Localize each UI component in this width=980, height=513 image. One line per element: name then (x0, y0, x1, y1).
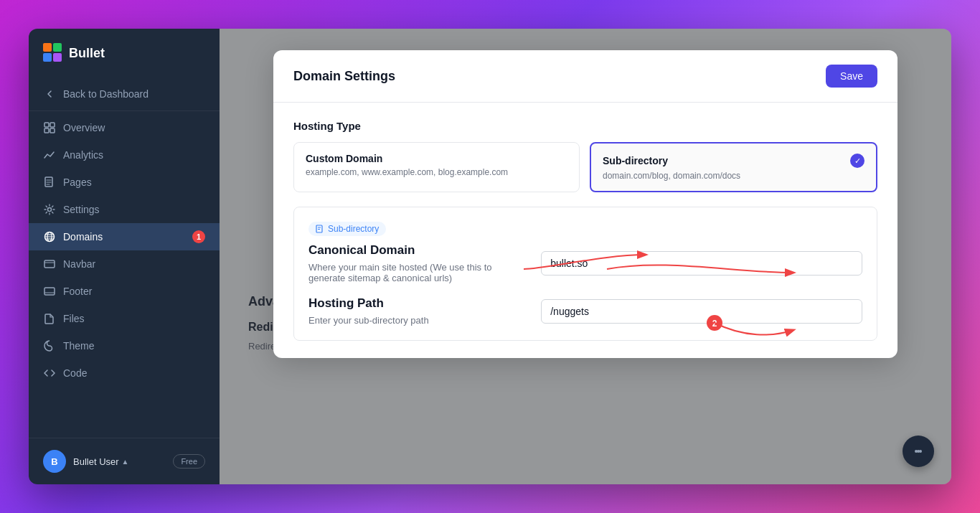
subdirectory-name: Sub-directory (603, 155, 668, 166)
sidebar: Bullet Back to Dashboard (29, 29, 220, 484)
back-icon (43, 88, 56, 100)
domains-icon (43, 230, 56, 243)
svg-point-9 (48, 208, 52, 212)
sidebar-item-back[interactable]: Back to Dashboard (29, 80, 220, 108)
hosting-path-title: Hosting Path (308, 296, 527, 311)
sidebar-item-pages-label: Pages (63, 177, 92, 188)
domains-badge: 1 (192, 230, 205, 243)
canonical-domain-desc: Where your main site hosted (We use this… (308, 262, 527, 283)
canonical-domain-input[interactable] (541, 251, 862, 276)
svg-rect-13 (44, 288, 55, 295)
svg-rect-1 (53, 43, 62, 52)
chat-button[interactable] (903, 436, 934, 467)
hosting-options: Custom Domain example.com, www.example.c… (293, 142, 877, 192)
hosting-option-custom[interactable]: Custom Domain example.com, www.example.c… (293, 142, 580, 192)
sidebar-item-code-label: Code (63, 367, 87, 379)
theme-icon (43, 339, 56, 352)
logo: Bullet (29, 29, 220, 75)
sidebar-item-pages[interactable]: Pages (29, 169, 220, 196)
main-content: Advanced Settings Redirects Creating red… (220, 29, 951, 484)
svg-rect-6 (44, 128, 49, 133)
sidebar-item-navbar-label: Navbar (63, 258, 95, 270)
navbar-icon (43, 258, 56, 270)
svg-rect-4 (44, 123, 49, 127)
subdirectory-header: Sub-directory ✓ (603, 154, 864, 168)
subdirectory-tag: Sub-directory (308, 222, 386, 236)
sidebar-item-theme-label: Theme (63, 340, 95, 352)
back-label: Back to Dashboard (63, 88, 149, 100)
sidebar-item-overview[interactable]: Overview (29, 114, 220, 141)
sidebar-item-code[interactable]: Code (29, 359, 220, 387)
svg-rect-3 (53, 53, 62, 62)
subdirectory-card: Sub-directory Canonical Domain Where you… (293, 207, 877, 341)
sidebar-item-analytics-label: Analytics (63, 149, 103, 161)
sidebar-item-footer-label: Footer (63, 286, 92, 297)
code-icon (43, 367, 56, 380)
sidebar-item-overview-label: Overview (63, 122, 105, 133)
user-chevron-icon: ▲ (122, 458, 129, 466)
hosting-path-input[interactable] (541, 299, 862, 324)
book-icon (316, 225, 324, 233)
sidebar-nav: Back to Dashboard Overview (29, 75, 220, 438)
hosting-option-subdirectory[interactable]: Sub-directory ✓ domain.com/blog, domain.… (590, 142, 877, 192)
svg-rect-12 (44, 260, 55, 268)
logo-text: Bullet (69, 46, 105, 61)
analytics-icon (43, 149, 56, 161)
sidebar-item-navbar[interactable]: Navbar (29, 250, 220, 278)
sidebar-item-footer[interactable]: Footer (29, 278, 220, 305)
footer-icon (43, 285, 56, 298)
custom-domain-name: Custom Domain (306, 153, 382, 164)
sidebar-footer: B Bullet User ▲ Free (29, 438, 220, 484)
svg-rect-7 (50, 128, 55, 133)
svg-rect-5 (50, 123, 55, 127)
logo-icon (43, 43, 63, 63)
sidebar-item-settings[interactable]: Settings (29, 196, 220, 223)
modal-overlay: Domain Settings Save Hosting Type Custom… (220, 29, 951, 484)
sidebar-item-domains-label: Domains (63, 231, 103, 243)
svg-point-22 (917, 450, 920, 453)
save-button[interactable]: Save (826, 65, 877, 88)
sidebar-item-settings-label: Settings (63, 204, 100, 215)
modal-title: Domain Settings (293, 69, 395, 84)
hosting-type-label: Hosting Type (293, 120, 877, 132)
plan-badge[interactable]: Free (173, 454, 205, 469)
user-name: Bullet User (73, 456, 119, 467)
svg-rect-0 (43, 43, 52, 52)
svg-rect-2 (43, 53, 52, 62)
sidebar-item-domains[interactable]: Domains 1 (29, 223, 220, 250)
sidebar-item-theme[interactable]: Theme (29, 332, 220, 359)
canonical-domain-title: Canonical Domain (308, 243, 527, 258)
files-icon (43, 312, 56, 325)
pages-icon (43, 176, 56, 189)
hosting-path-desc: Enter your sub-directory path (308, 315, 527, 326)
sidebar-item-files[interactable]: Files (29, 305, 220, 332)
subdirectory-desc: domain.com/blog, domain.com/docs (603, 171, 864, 181)
sidebar-item-analytics[interactable]: Analytics (29, 141, 220, 169)
chat-icon (911, 444, 925, 458)
custom-domain-header: Custom Domain (306, 153, 567, 164)
selected-check-icon: ✓ (850, 154, 864, 168)
domain-settings-modal: Domain Settings Save Hosting Type Custom… (273, 50, 897, 358)
modal-header: Domain Settings Save (273, 50, 897, 103)
settings-icon (43, 203, 56, 216)
sidebar-item-files-label: Files (63, 313, 85, 324)
user-info[interactable]: Bullet User ▲ (73, 456, 166, 467)
user-avatar: B (43, 450, 66, 473)
modal-body: Hosting Type Custom Domain example.com, … (273, 103, 897, 358)
custom-domain-desc: example.com, www.example.com, blog.examp… (306, 167, 567, 177)
overview-icon (43, 121, 56, 134)
